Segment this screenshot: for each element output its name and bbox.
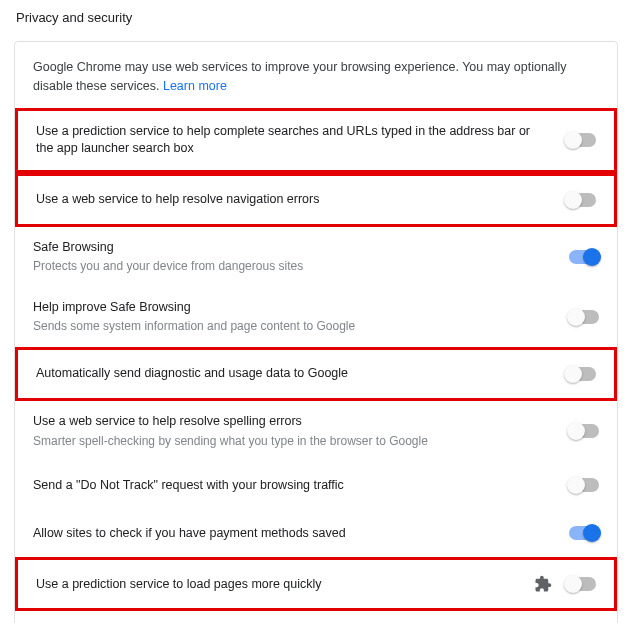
- setting-row-payment: Allow sites to check if you have payment…: [15, 509, 617, 557]
- toggle-knob: [567, 476, 585, 494]
- learn-more-link[interactable]: Learn more: [163, 79, 227, 93]
- setting-text: Help improve Safe BrowsingSends some sys…: [33, 299, 569, 335]
- toggle-diagnostic[interactable]: [566, 367, 596, 381]
- setting-controls: [569, 478, 599, 492]
- setting-controls: [569, 424, 599, 438]
- toggle-knob: [564, 365, 582, 383]
- toggle-knob: [564, 191, 582, 209]
- setting-row-help-safe-browsing: Help improve Safe BrowsingSends some sys…: [15, 287, 617, 347]
- setting-title: Use a web service to help resolve naviga…: [36, 191, 550, 209]
- setting-title: Use a prediction service to help complet…: [36, 123, 550, 158]
- setting-text: Use a prediction service to load pages m…: [36, 576, 534, 594]
- toggle-safe-browsing[interactable]: [569, 250, 599, 264]
- setting-controls: [569, 526, 599, 540]
- page-title: Privacy and security: [0, 0, 632, 35]
- setting-row-spelling: Use a web service to help resolve spelli…: [15, 401, 617, 461]
- setting-row-dnt: Send a "Do Not Track" request with your …: [15, 461, 617, 509]
- setting-text: Use a web service to help resolve spelli…: [33, 413, 569, 449]
- toggle-help-safe-browsing[interactable]: [569, 310, 599, 324]
- setting-controls: [566, 133, 596, 147]
- setting-row-prediction-search: Use a prediction service to help complet…: [15, 108, 617, 173]
- intro-block: Google Chrome may use web services to im…: [15, 42, 617, 108]
- setting-controls: [566, 193, 596, 207]
- setting-title: Use a web service to help resolve spelli…: [33, 413, 553, 431]
- setting-row-nav-error: Use a web service to help resolve naviga…: [15, 173, 617, 227]
- toggle-dnt[interactable]: [569, 478, 599, 492]
- toggle-knob: [567, 308, 585, 326]
- setting-row: Use a web service to help resolve spelli…: [15, 401, 617, 461]
- setting-row: Send a "Do Not Track" request with your …: [15, 461, 617, 509]
- setting-text: Use a web service to help resolve naviga…: [36, 191, 566, 209]
- setting-text: Automatically send diagnostic and usage …: [36, 365, 566, 383]
- toggle-knob: [564, 131, 582, 149]
- toggle-knob: [583, 248, 601, 266]
- toggle-prediction-search[interactable]: [566, 133, 596, 147]
- toggle-knob: [567, 422, 585, 440]
- setting-row-safe-browsing: Safe BrowsingProtects you and your devic…: [15, 227, 617, 287]
- setting-row: Safe BrowsingProtects you and your devic…: [15, 227, 617, 287]
- toggle-spelling[interactable]: [569, 424, 599, 438]
- setting-text: Safe BrowsingProtects you and your devic…: [33, 239, 569, 275]
- toggle-knob: [564, 575, 582, 593]
- setting-row: Use a web service to help resolve naviga…: [18, 176, 614, 224]
- setting-row: Enable Verified Access: [15, 611, 617, 623]
- setting-subtitle: Sends some system information and page c…: [33, 318, 553, 335]
- privacy-settings-card: Google Chrome may use web services to im…: [14, 41, 618, 623]
- setting-title: Automatically send diagnostic and usage …: [36, 365, 550, 383]
- setting-controls: [569, 310, 599, 324]
- setting-subtitle: Smarter spell-checking by sending what y…: [33, 433, 553, 450]
- setting-text: Allow sites to check if you have payment…: [33, 525, 569, 543]
- setting-row: Use a prediction service to help complet…: [18, 111, 614, 170]
- setting-row: Use a prediction service to load pages m…: [18, 560, 614, 608]
- setting-row-diagnostic: Automatically send diagnostic and usage …: [15, 347, 617, 401]
- setting-controls: [534, 575, 596, 593]
- setting-controls: [569, 250, 599, 264]
- toggle-knob: [583, 524, 601, 542]
- setting-row: Allow sites to check if you have payment…: [15, 509, 617, 557]
- setting-title: Help improve Safe Browsing: [33, 299, 553, 317]
- toggle-nav-error[interactable]: [566, 193, 596, 207]
- setting-controls: [566, 367, 596, 381]
- setting-text: Send a "Do Not Track" request with your …: [33, 477, 569, 495]
- setting-title: Safe Browsing: [33, 239, 553, 257]
- toggle-prediction-load[interactable]: [566, 577, 596, 591]
- setting-subtitle: Protects you and your device from danger…: [33, 258, 553, 275]
- toggle-payment[interactable]: [569, 526, 599, 540]
- setting-row: Automatically send diagnostic and usage …: [18, 350, 614, 398]
- setting-title: Send a "Do Not Track" request with your …: [33, 477, 553, 495]
- setting-title: Allow sites to check if you have payment…: [33, 525, 553, 543]
- setting-row-verified-access: Enable Verified Access: [15, 611, 617, 623]
- intro-text: Google Chrome may use web services to im…: [33, 60, 567, 93]
- setting-text: Use a prediction service to help complet…: [36, 123, 566, 158]
- setting-row-prediction-load: Use a prediction service to load pages m…: [15, 557, 617, 611]
- setting-row: Help improve Safe BrowsingSends some sys…: [15, 287, 617, 347]
- setting-title: Use a prediction service to load pages m…: [36, 576, 518, 594]
- extension-icon[interactable]: [534, 575, 552, 593]
